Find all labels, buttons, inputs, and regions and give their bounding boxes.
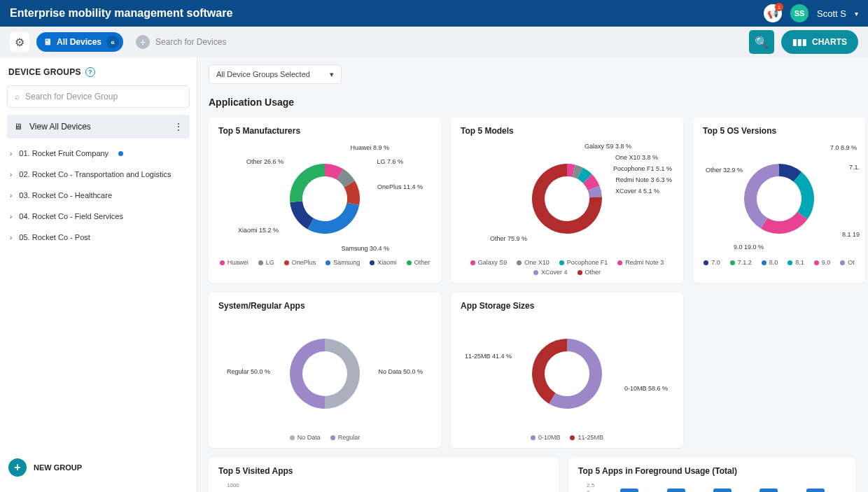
chevron-right-icon: ›: [10, 150, 12, 157]
bar-chart-icon: ▮▮▮: [792, 37, 807, 47]
sidebar-item[interactable]: ›02. Rocket Co - Transportation and Logi…: [7, 164, 190, 185]
all-devices-label: All Devices: [57, 37, 102, 47]
card-models: Top 5 Models Galaxy S9 3.8 %One X10 3.8 …: [451, 118, 683, 283]
charts-button[interactable]: ▮▮▮ CHARTS: [781, 30, 858, 54]
settings-button[interactable]: ⚙: [10, 32, 29, 52]
card-title: Top 5 Models: [461, 126, 673, 136]
card-title: Top 5 OS Versions: [703, 126, 855, 136]
notif-badge: 1: [775, 3, 783, 11]
main-content: All Device Groups Selected ▾ Application…: [197, 57, 868, 492]
status-dot: [118, 151, 123, 156]
card-foreground: Top 5 Apps in Foreground Usage (Total) 2…: [568, 458, 855, 492]
add-icon[interactable]: +: [136, 35, 150, 49]
card-visited: Top 5 Visited Apps 7501000: [209, 458, 559, 492]
charts-label: CHARTS: [812, 37, 847, 47]
chevron-right-icon: ›: [10, 171, 12, 178]
plus-icon: +: [8, 458, 27, 477]
card-title: Top 5 Apps in Foreground Usage (Total): [578, 466, 846, 476]
sidebar-item[interactable]: ›04. Rocket Co - Field Services: [7, 206, 190, 227]
chevron-right-icon: ›: [10, 192, 12, 199]
toolbar: ⚙ 🖥 All Devices « + Search for Devices 🔍…: [0, 27, 868, 57]
search-placeholder: Search for Devices: [155, 37, 226, 47]
device-search[interactable]: + Search for Devices: [130, 31, 742, 52]
new-group-button[interactable]: + NEW GROUP: [7, 453, 190, 482]
devices-icon: 🖥: [43, 37, 52, 47]
sidebar: DEVICE GROUPS ? ⌕ Search for Device Grou…: [0, 57, 197, 492]
devices-icon: 🖥: [14, 122, 22, 132]
collapse-icon[interactable]: «: [106, 36, 119, 48]
card-title: App Storage Sizes: [461, 301, 673, 311]
gear-icon: ⚙: [15, 36, 24, 49]
group-tree: ›01. Rocket Fruit Company›02. Rocket Co …: [7, 143, 190, 248]
sidebar-item[interactable]: ›01. Rocket Fruit Company: [7, 143, 190, 164]
app-title: Enterprise mobility management software: [10, 7, 232, 20]
card-title: Top 5 Manufacturers: [218, 126, 431, 136]
sidebar-item[interactable]: ›05. Rocket Co - Post: [7, 227, 190, 248]
chevron-right-icon: ›: [10, 213, 12, 220]
app-header: Enterprise mobility management software …: [0, 0, 868, 27]
sidebar-item[interactable]: ›03. Rocket Co - Healthcare: [7, 185, 190, 206]
view-all-devices[interactable]: 🖥 View All Devices ⋮: [7, 115, 190, 139]
help-icon[interactable]: ?: [85, 67, 95, 77]
search-icon: ⌕: [15, 92, 20, 101]
section-title: Application Usage: [209, 97, 868, 108]
charts-grid: Top 5 Manufacturers Huawei 8.9 %LG 7.6 %…: [209, 118, 868, 492]
group-search[interactable]: ⌕ Search for Device Group: [7, 85, 190, 108]
card-storage: App Storage Sizes 0-10MB 58.6 %11-25MB 4…: [451, 293, 683, 448]
group-filter-dropdown[interactable]: All Device Groups Selected ▾: [209, 64, 342, 84]
search-icon: 🔍: [755, 36, 769, 49]
card-os: Top 5 OS Versions 7.0 8.9 %7.1.8.1 199.0…: [693, 118, 865, 283]
card-title: System/Regular Apps: [218, 301, 431, 311]
card-title: Top 5 Visited Apps: [218, 466, 549, 476]
kebab-icon[interactable]: ⋮: [174, 122, 183, 132]
all-devices-pill[interactable]: 🖥 All Devices «: [36, 32, 123, 52]
announcements-button[interactable]: 📢 1: [764, 4, 782, 22]
chevron-down-icon: ▾: [330, 70, 334, 79]
chevron-down-icon[interactable]: ▾: [855, 10, 858, 17]
sidebar-title: DEVICE GROUPS ?: [7, 67, 190, 77]
card-manufacturers: Top 5 Manufacturers Huawei 8.9 %LG 7.6 %…: [209, 118, 441, 283]
user-name[interactable]: Scott S: [817, 8, 846, 19]
card-sysreg: System/Regular Apps Regular 50.0 %No Dat…: [209, 293, 441, 448]
chevron-right-icon: ›: [10, 234, 12, 241]
avatar[interactable]: SS: [790, 4, 808, 22]
search-button[interactable]: 🔍: [749, 30, 774, 54]
